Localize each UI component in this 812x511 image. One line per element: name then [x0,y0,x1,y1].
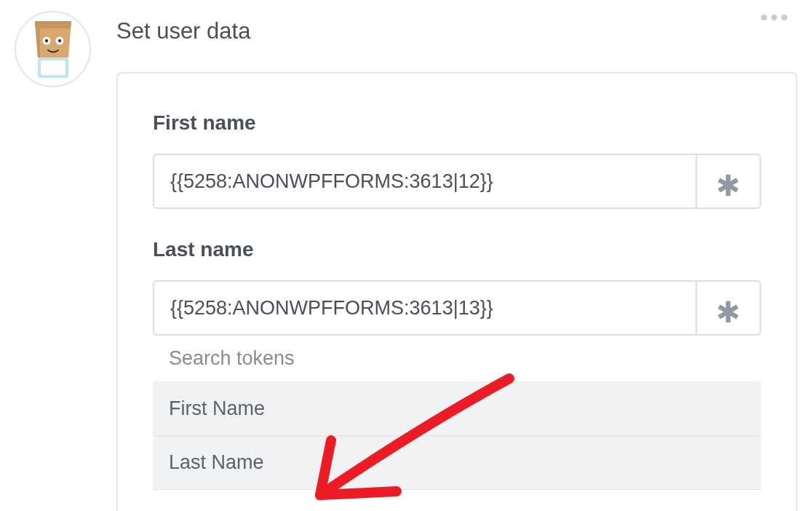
asterisk-icon: ✱ [716,171,741,200]
ellipsis-icon [781,15,787,20]
last-name-input[interactable] [153,280,696,336]
asterisk-icon: ✱ [716,298,741,327]
token-option-last-name[interactable]: Last Name [153,436,761,490]
last-name-label: Last name [153,238,761,261]
svg-point-3 [44,39,47,41]
form-panel: First name ✱ Last name ✱ [116,72,797,511]
field-first-name: First name ✱ [153,111,761,209]
token-dropdown: Search tokens First Name Last Name [153,336,761,490]
avatar [15,11,91,87]
first-name-token-button[interactable]: ✱ [696,154,761,209]
ellipsis-icon [761,15,767,20]
more-options-button[interactable] [755,9,793,26]
token-option-first-name[interactable]: First Name [153,382,761,436]
card-title: Set user data [116,18,797,44]
ellipsis-icon [771,15,777,20]
svg-rect-1 [41,60,65,75]
first-name-input[interactable] [153,154,696,209]
svg-point-5 [57,39,60,41]
first-name-label: First name [153,111,761,135]
avatar-bag-icon [32,21,74,78]
token-search-input[interactable]: Search tokens [153,336,761,382]
last-name-token-button[interactable]: ✱ [696,280,761,336]
token-options-list: First Name Last Name [153,382,761,490]
field-last-name: Last name ✱ Search tokens First Name Las… [153,238,761,490]
